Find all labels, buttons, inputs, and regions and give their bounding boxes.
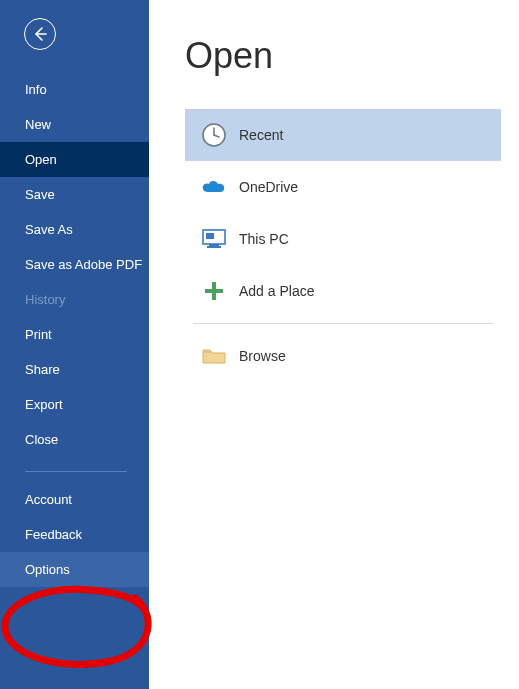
- sidebar-item-save-as-adobe-pdf[interactable]: Save as Adobe PDF: [0, 247, 149, 282]
- location-label: Recent: [239, 127, 283, 143]
- location-label: Add a Place: [239, 283, 315, 299]
- computer-icon: [193, 228, 235, 250]
- sidebar-item-feedback[interactable]: Feedback: [0, 517, 149, 552]
- back-button[interactable]: [24, 18, 56, 50]
- sidebar-item-info[interactable]: Info: [0, 72, 149, 107]
- location-add-place[interactable]: Add a Place: [185, 265, 501, 317]
- location-recent[interactable]: Recent: [185, 109, 501, 161]
- svg-rect-9: [205, 289, 223, 293]
- add-place-icon: [193, 280, 235, 302]
- location-divider: [193, 323, 493, 324]
- svg-rect-6: [209, 244, 219, 246]
- sidebar-item-close[interactable]: Close: [0, 422, 149, 457]
- sidebar-item-share[interactable]: Share: [0, 352, 149, 387]
- sidebar-item-print[interactable]: Print: [0, 317, 149, 352]
- sidebar-item-export[interactable]: Export: [0, 387, 149, 422]
- location-label: Browse: [239, 348, 286, 364]
- sidebar-item-save-as[interactable]: Save As: [0, 212, 149, 247]
- back-arrow-icon: [32, 26, 48, 42]
- svg-rect-5: [206, 233, 214, 239]
- open-locations-list: Recent OneDrive: [185, 109, 501, 382]
- sidebar-item-open[interactable]: Open: [0, 142, 149, 177]
- location-this-pc[interactable]: This PC: [185, 213, 501, 265]
- location-onedrive[interactable]: OneDrive: [185, 161, 501, 213]
- location-label: This PC: [239, 231, 289, 247]
- page-title: Open: [185, 35, 519, 77]
- sidebar-item-save[interactable]: Save: [0, 177, 149, 212]
- location-browse[interactable]: Browse: [185, 330, 501, 382]
- sidebar-item-account[interactable]: Account: [0, 482, 149, 517]
- sidebar-item-options[interactable]: Options: [0, 552, 149, 587]
- location-label: OneDrive: [239, 179, 298, 195]
- svg-rect-7: [207, 246, 221, 248]
- sidebar-item-history: History: [0, 282, 149, 317]
- onedrive-icon: [193, 178, 235, 196]
- sidebar-divider: [25, 471, 127, 472]
- recent-icon: [193, 122, 235, 148]
- backstage-sidebar: Info New Open Save Save As Save as Adobe…: [0, 0, 149, 689]
- sidebar-item-new[interactable]: New: [0, 107, 149, 142]
- folder-icon: [193, 346, 235, 366]
- main-panel: Open Recent OneDrive: [149, 0, 519, 689]
